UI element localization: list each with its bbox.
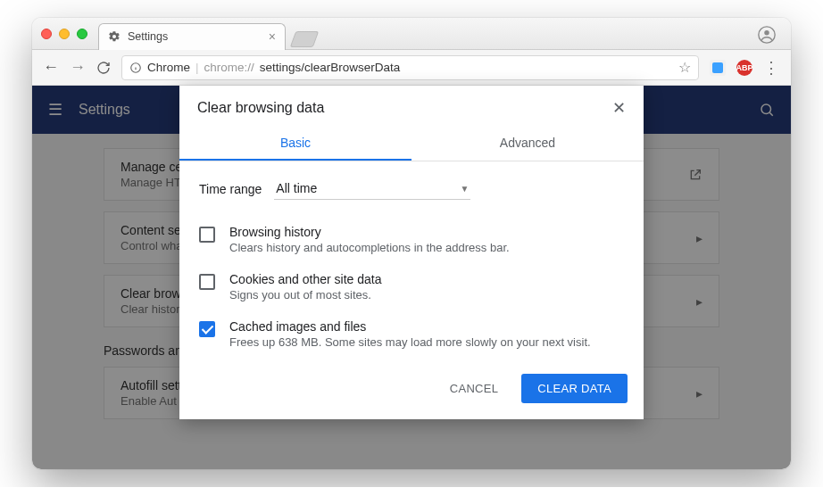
time-range-select[interactable]: All time ▼ [274, 178, 470, 200]
option-cached[interactable]: Cached images and files Frees up 638 MB.… [199, 310, 624, 358]
checkbox[interactable] [199, 321, 215, 337]
option-title: Cookies and other site data [229, 272, 381, 286]
extension-abp-icon[interactable]: ABP [736, 60, 752, 76]
bookmark-star-icon[interactable]: ☆ [678, 59, 691, 76]
profile-icon[interactable] [757, 25, 777, 45]
dialog-title: Clear browsing data [197, 100, 324, 116]
dialog-tabs: Basic Advanced [179, 127, 644, 161]
browser-tab[interactable]: Settings × [98, 23, 286, 50]
extension-ghostery-icon[interactable] [710, 60, 726, 76]
browser-window: Settings × ← → Chrome | chrome://setting… [32, 18, 791, 469]
tab-basic[interactable]: Basic [179, 127, 412, 161]
url-scheme: Chrome [147, 61, 190, 74]
cancel-button[interactable]: CANCEL [436, 374, 513, 403]
clear-data-button[interactable]: CLEAR DATA [521, 374, 628, 403]
toolbar: ← → Chrome | chrome://settings/clearBrow… [32, 50, 791, 86]
titlebar: Settings × [32, 18, 791, 50]
menu-icon[interactable]: ⋮ [763, 58, 780, 78]
checkbox[interactable] [199, 227, 215, 243]
forward-button[interactable]: → [70, 58, 86, 77]
content-area: ☰ Settings Manage ce Manage HT Content s… [32, 86, 791, 469]
option-browsing-history[interactable]: Browsing history Clears history and auto… [199, 216, 624, 263]
back-button[interactable]: ← [43, 58, 59, 77]
chevron-down-icon: ▼ [460, 184, 469, 194]
svg-point-1 [764, 30, 769, 36]
address-bar[interactable]: Chrome | chrome://settings/clearBrowserD… [121, 55, 699, 80]
option-cookies[interactable]: Cookies and other site data Signs you ou… [199, 263, 624, 310]
tab-title: Settings [128, 30, 168, 43]
new-tab-button[interactable] [290, 31, 320, 47]
window-controls [41, 29, 87, 39]
gear-icon [108, 30, 121, 43]
tab-advanced[interactable]: Advanced [412, 127, 644, 161]
option-title: Browsing history [229, 225, 510, 239]
close-window-button[interactable] [41, 29, 52, 39]
reload-button[interactable] [96, 61, 111, 75]
url-host: chrome:// [204, 61, 254, 74]
option-sub: Frees up 638 MB. Some sites may load mor… [229, 335, 591, 349]
site-info-icon[interactable] [129, 62, 142, 74]
zoom-window-button[interactable] [77, 29, 87, 39]
time-range-label: Time range [199, 182, 262, 196]
url-path: settings/clearBrowserData [260, 61, 401, 74]
option-title: Cached images and files [229, 319, 591, 334]
option-sub: Clears history and autocompletions in th… [229, 241, 510, 254]
checkbox[interactable] [199, 274, 215, 290]
close-tab-icon[interactable]: × [269, 29, 276, 44]
minimize-window-button[interactable] [59, 29, 70, 39]
clear-browsing-data-dialog: Clear browsing data ✕ Basic Advanced Tim… [179, 86, 644, 419]
close-icon[interactable]: ✕ [612, 98, 626, 118]
time-range-value: All time [276, 181, 317, 195]
option-sub: Signs you out of most sites. [229, 288, 381, 302]
